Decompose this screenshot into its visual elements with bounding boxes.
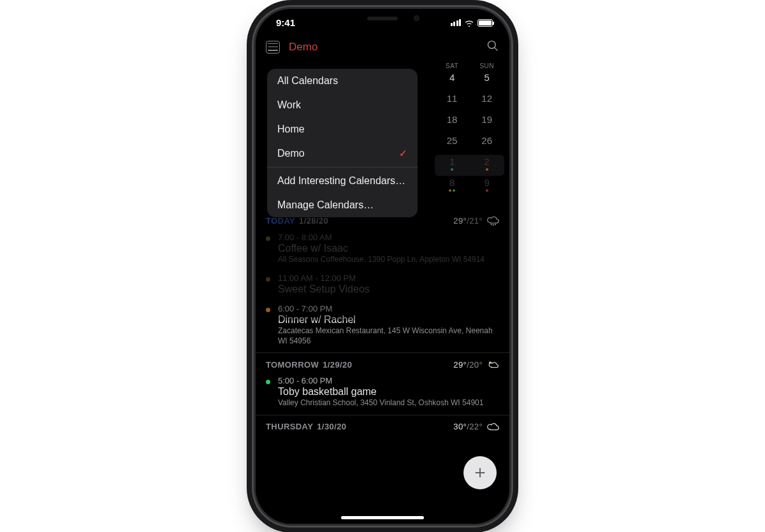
- day-header-thursday: THURSDAY 1/30/20 30°/22°: [256, 415, 509, 436]
- front-camera: [414, 15, 419, 21]
- wifi-icon: [464, 19, 474, 27]
- svg-line-1: [495, 47, 498, 50]
- menu-button[interactable]: [266, 41, 280, 54]
- menu-item-demo[interactable]: Demo ✓: [267, 141, 418, 166]
- home-indicator[interactable]: [341, 516, 424, 519]
- screen: 9:41 Demo SAT SUN: [256, 9, 509, 524]
- day-label: TOMORROW: [266, 360, 319, 370]
- calendar-set-dropdown[interactable]: Demo: [289, 41, 477, 54]
- menu-item-all-calendars[interactable]: All Calendars: [267, 69, 418, 93]
- battery-icon: [477, 19, 493, 27]
- svg-point-3: [493, 224, 493, 225]
- weather-thursday: 30°/22°: [453, 422, 499, 432]
- event-title: Dinner w/ Rachel: [278, 314, 499, 326]
- event-location: All Seasons Coffeehouse, 1390 Popp Ln, A…: [278, 255, 484, 265]
- event-color-dot: [266, 380, 270, 384]
- menu-item-add-interesting[interactable]: Add Interesting Calendars…: [267, 169, 418, 193]
- menu-divider: [267, 167, 418, 168]
- nav-bar: Demo: [256, 37, 509, 60]
- svg-point-0: [488, 41, 496, 48]
- event-location: Valley Christian School, 3450 Vinland St…: [278, 398, 483, 408]
- notch: [320, 9, 445, 28]
- event-time: 6:00 - 7:00 PM: [278, 304, 499, 313]
- event-color-dot: [266, 277, 270, 282]
- weekday-sat: SAT: [435, 62, 470, 69]
- date-cell[interactable]: 4: [435, 71, 470, 92]
- event-color-dot: [266, 308, 270, 312]
- event-title: Coffee w/ Isaac: [278, 243, 484, 254]
- date-cell[interactable]: 26: [469, 134, 504, 155]
- event-title: Toby basketball game: [278, 386, 483, 398]
- day-header-tomorrow: TOMORROW 1/29/20 29°/20°: [256, 352, 509, 373]
- day-label: TODAY: [266, 216, 295, 226]
- svg-point-4: [495, 224, 495, 224]
- menu-item-home[interactable]: Home: [267, 117, 418, 141]
- speaker-grille: [367, 17, 398, 20]
- date-cell[interactable]: 25: [435, 134, 470, 155]
- event-color-dot: [266, 236, 270, 241]
- phone-frame: 9:41 Demo SAT SUN: [256, 9, 509, 524]
- menu-item-work[interactable]: Work: [267, 93, 418, 117]
- date-cell[interactable]: 1: [435, 155, 470, 176]
- day-date: 1/30/20: [317, 422, 346, 431]
- date-cell[interactable]: 9: [469, 176, 504, 197]
- partly-cloudy-icon: [486, 359, 499, 370]
- event-time: 7:00 - 8:00 AM: [278, 233, 484, 242]
- weekday-sun: SUN: [469, 62, 504, 69]
- search-button[interactable]: [486, 40, 499, 55]
- event-row[interactable]: 5:00 - 6:00 PM Toby basketball game Vall…: [256, 373, 509, 415]
- weather-today: 29°/21°: [453, 216, 499, 226]
- svg-point-2: [491, 224, 492, 224]
- event-time: 11:00 AM - 12:00 PM: [278, 273, 370, 283]
- date-cell[interactable]: 5: [469, 71, 504, 92]
- day-date: 1/28/20: [299, 216, 328, 226]
- event-row[interactable]: 7:00 - 8:00 AM Coffee w/ Isaac All Seaso…: [256, 230, 509, 271]
- cloud-snow-icon: [486, 216, 499, 226]
- event-time: 5:00 - 6:00 PM: [278, 376, 483, 385]
- day-date: 1/29/20: [323, 360, 352, 370]
- status-time: 9:41: [276, 17, 295, 28]
- weather-tomorrow: 29°/20°: [453, 359, 499, 370]
- date-cell[interactable]: 19: [469, 113, 504, 134]
- date-cell[interactable]: 2: [469, 155, 504, 176]
- date-cell[interactable]: 12: [469, 92, 504, 113]
- day-label: THURSDAY: [266, 422, 313, 431]
- date-cell[interactable]: 18: [435, 113, 470, 134]
- cloud-icon: [486, 422, 499, 432]
- menu-item-manage-calendars[interactable]: Manage Calendars…: [267, 193, 418, 217]
- checkmark-icon: ✓: [399, 148, 407, 159]
- calendar-set-menu: All Calendars Work Home Demo ✓ Add Inter…: [267, 69, 418, 217]
- event-location: Zacatecas Mexican Restaurant, 145 W Wisc…: [278, 326, 499, 346]
- event-row[interactable]: 11:00 AM - 12:00 PM Sweet Setup Videos: [256, 271, 509, 301]
- agenda-list[interactable]: TODAY 1/28/20 29°/21° 7:00 - 8:00 AM Cof…: [256, 208, 509, 436]
- event-row[interactable]: 6:00 - 7:00 PM Dinner w/ Rachel Zacateca…: [256, 301, 509, 352]
- date-cell[interactable]: 11: [435, 92, 470, 113]
- status-indicators: [451, 19, 493, 27]
- add-event-button[interactable]: [463, 456, 497, 489]
- event-title: Sweet Setup Videos: [278, 284, 370, 295]
- cell-signal-icon: [451, 19, 462, 26]
- date-cell[interactable]: 8: [435, 176, 470, 197]
